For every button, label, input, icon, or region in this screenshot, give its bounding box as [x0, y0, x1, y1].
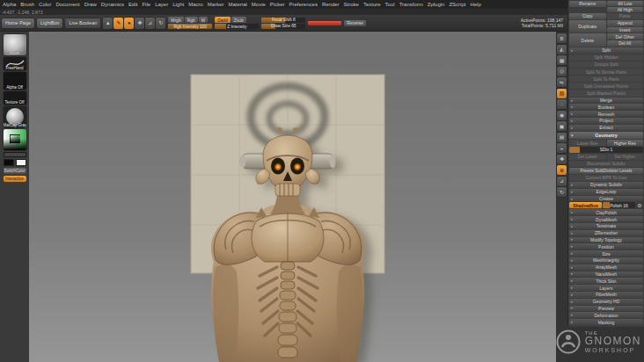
rgb-toggle[interactable]: Rgb [185, 17, 198, 23]
bpr-render-icon[interactable]: B [557, 33, 567, 43]
geometry-subpalette-header[interactable]: Size [569, 250, 643, 257]
geometry-subpalette-header[interactable]: EdgeLoop [569, 189, 643, 195]
geometry-subpalette-header[interactable]: Tessimate [569, 223, 643, 229]
tool-subpalette-header[interactable]: Preview [569, 306, 643, 312]
append-button[interactable]: Append [607, 20, 644, 26]
live-boolean-button[interactable]: Live Boolean [65, 18, 100, 28]
subpalette-header[interactable]: Merge [569, 98, 643, 104]
split-section-header[interactable]: Split [569, 47, 643, 54]
higher-res-button[interactable]: Higher Res [607, 140, 644, 146]
current-brush-thumbnail[interactable]: Move [4, 34, 26, 55]
menu-item[interactable]: Transform [399, 2, 423, 7]
menu-item[interactable]: Tool [385, 2, 395, 7]
focal-shift-slider[interactable]: Focal Shift 8 [261, 18, 305, 23]
scale-canvas-icon[interactable]: ⊿ [557, 177, 567, 186]
subpalette-header[interactable]: Boolean [569, 104, 643, 110]
geometry-subpalette-header[interactable]: ZRemesher [569, 230, 643, 236]
del-higher-button[interactable]: Del Higher [607, 154, 644, 160]
color-swatch-white[interactable] [16, 159, 26, 166]
z-intensity-slider[interactable]: Z Intensity [215, 24, 259, 29]
rename-button[interactable]: Rename [569, 1, 606, 7]
menu-item[interactable]: Stroke [344, 2, 359, 7]
shadowbox-button[interactable]: ShadowBox [569, 202, 602, 208]
local-symmetry-icon[interactable]: ◎ [557, 67, 567, 76]
insert-button[interactable]: Insert [607, 27, 644, 33]
floor-grid-icon[interactable]: ▦ [557, 55, 567, 65]
color-picker[interactable] [4, 129, 26, 150]
zadd-toggle[interactable]: Zadd [215, 17, 230, 23]
convert-bpr-to-geo-button[interactable]: Convert BPR To Geo [569, 175, 643, 181]
solo-icon[interactable]: ◉ [557, 111, 567, 120]
split-option-button[interactable]: Split Hidden [569, 54, 643, 61]
menu-item[interactable]: Document [55, 2, 79, 7]
paste-subtool-button[interactable]: Paste [607, 13, 644, 19]
scroll-canvas-icon[interactable]: ✚ [557, 155, 567, 164]
persp-icon[interactable]: ◭ [557, 45, 567, 54]
lower-res-button[interactable]: Lower Res [569, 140, 606, 146]
menu-item[interactable]: File [142, 2, 150, 7]
menu-item[interactable]: Edit [128, 2, 137, 7]
geometry-palette-header[interactable]: Geometry [569, 132, 643, 140]
transp-icon[interactable]: ▧ [557, 89, 567, 98]
frame-icon[interactable]: ▣ [557, 121, 567, 131]
sdiv-slider[interactable]: SDiv 1 [569, 147, 643, 153]
tool-subpalette-header[interactable]: FiberMesh [569, 292, 643, 298]
silhouette-icon[interactable]: ◒ [557, 143, 567, 153]
tool-subpalette-header[interactable]: Geometry HD [569, 299, 643, 305]
split-option-button[interactable]: Split To Parts [569, 76, 643, 82]
menu-item[interactable]: Help [470, 2, 480, 7]
menu-item[interactable]: Preferences [289, 2, 318, 7]
del-other-button[interactable]: Del Other [607, 33, 644, 40]
subpalette-header[interactable]: Extract [569, 125, 643, 131]
lsym-icon[interactable]: ⇋ [557, 77, 567, 87]
color-picker-inner[interactable] [10, 134, 20, 144]
subpalette-header[interactable]: Project [569, 118, 643, 124]
ghost-icon[interactable]: ◌ [557, 99, 567, 109]
split-option-button[interactable]: Split Unmasked Points [569, 83, 643, 89]
menu-item[interactable]: Color [39, 2, 51, 7]
tool-subpalette-header[interactable]: Masking [569, 319, 643, 325]
draw-pointer-icon[interactable]: ● [124, 18, 134, 29]
reverse-button[interactable]: Reverse [344, 20, 366, 26]
tool-subpalette-header[interactable]: NanoMesh [569, 272, 643, 278]
rotate-canvas-icon[interactable]: ↻ [557, 187, 567, 197]
current-color-swatch[interactable] [4, 152, 26, 157]
menu-item[interactable]: Brush [20, 2, 34, 7]
del-all-button[interactable]: Del All [607, 40, 644, 47]
lightbox-button[interactable]: LightBox [37, 18, 62, 28]
gear-icon[interactable]: ⚙ [636, 202, 643, 208]
tool-subpalette-header[interactable]: ArrayMesh [569, 264, 643, 271]
stroke-thumbnail[interactable]: FreeHand [4, 57, 26, 70]
menu-item[interactable]: Material [229, 2, 247, 7]
material-thumbnail[interactable]: MatCap Gray [4, 106, 26, 127]
menu-item[interactable]: Dynamics [101, 2, 124, 7]
polyframe-icon[interactable]: ▤ [557, 133, 567, 142]
zoom-canvas-icon[interactable]: ⊕ [557, 165, 567, 175]
polish-slider[interactable]: Polish 16 [603, 202, 635, 208]
duplicate-button[interactable]: Duplicate [569, 20, 606, 33]
switchcolor-button[interactable]: SwitchColor [4, 168, 26, 174]
color-swatch-black[interactable] [4, 159, 14, 166]
alpha-thumbnail[interactable]: Alpha Off [4, 72, 26, 90]
menu-item[interactable]: Light [172, 2, 184, 7]
texture-thumbnail[interactable]: Texture Off [4, 91, 26, 105]
all-low-button[interactable]: All Low [607, 1, 644, 6]
rgb-intensity-slider[interactable]: Rgb Intensity 100 [168, 24, 212, 29]
move-icon[interactable]: ✚ [135, 18, 144, 29]
sculpt-canvas[interactable] [29, 32, 556, 362]
del-lower-button[interactable]: Del Lower [569, 154, 606, 160]
home-page-button[interactable]: Home Page [2, 18, 34, 28]
geometry-subpalette-header[interactable]: Dynamic Subdiv [569, 182, 643, 188]
menu-item[interactable]: Draw [84, 2, 97, 7]
menu-item[interactable]: Macro [188, 2, 203, 7]
geometry-subpalette-header[interactable]: DynaMesh [569, 216, 643, 222]
menu-item[interactable]: Alpha [3, 2, 16, 7]
geometry-subpalette-header[interactable]: ClayPolish [569, 209, 643, 215]
split-option-button[interactable]: Groups Split [569, 62, 643, 68]
menu-item[interactable]: Texture [363, 2, 381, 7]
all-high-button[interactable]: All High [607, 7, 644, 12]
freeze-subdivision-levels-button[interactable]: Freeze SubDivision Levels [569, 168, 643, 174]
tool-subpalette-header[interactable]: Deformation [569, 312, 643, 318]
rotate-icon[interactable]: ↻ [156, 18, 165, 29]
split-option-button[interactable]: Split Masked Points [569, 90, 643, 96]
